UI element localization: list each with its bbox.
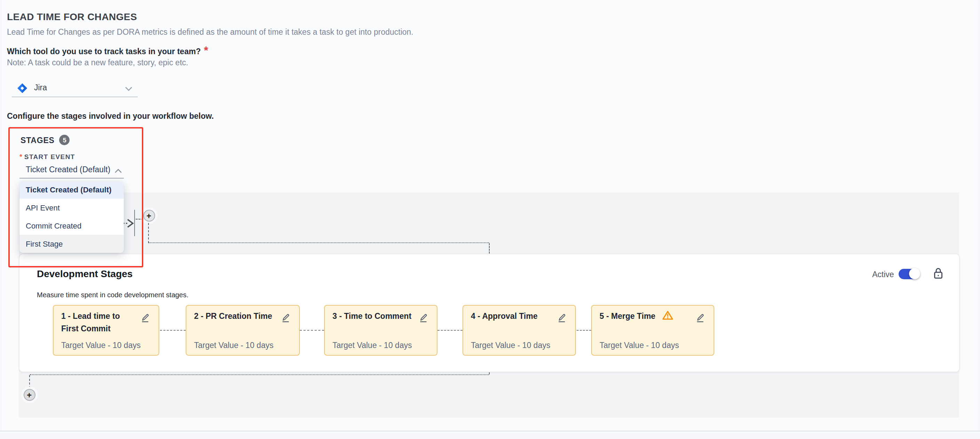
- chevron-down-icon: [125, 87, 132, 91]
- stage-connector: [576, 330, 591, 331]
- development-stages-description: Measure time spent in code development s…: [37, 291, 188, 299]
- stage-card-3: 3 - Time to Comment Target Value - 10 da…: [324, 305, 438, 356]
- connector-dash: [29, 375, 30, 388]
- target-value-label: Target Value - 10 days: [194, 341, 274, 349]
- page-right-margin: [978, 0, 980, 431]
- toggle-knob: [909, 268, 920, 279]
- stage-connector: [160, 330, 186, 331]
- target-value-label: Target Value - 10 days: [332, 341, 412, 349]
- stages-annotation-highlight: [8, 127, 143, 268]
- edit-icon[interactable]: [557, 313, 566, 322]
- target-value-label: Target Value - 10 days: [61, 341, 140, 349]
- stage-card-4: 4 - Approval Time Target Value - 10 days: [463, 305, 576, 356]
- stage-connector: [438, 330, 463, 331]
- page-left-margin: [0, 0, 2, 431]
- connector-dash: [488, 243, 489, 253]
- lock-icon[interactable]: [934, 268, 943, 279]
- stage-card-title: 1 - Lead time to First Commit: [61, 311, 138, 335]
- page-title: LEAD TIME FOR CHANGES: [7, 11, 137, 22]
- tool-note: Note: A task could be a new feature, sto…: [7, 59, 188, 67]
- stage-card-2: 2 - PR Creation Time Target Value - 10 d…: [186, 305, 300, 356]
- configure-instruction: Configure the stages involved in your wo…: [7, 112, 214, 120]
- active-label: Active: [872, 270, 894, 279]
- tool-select-value: Jira: [34, 83, 47, 92]
- stage-card-5: 5 - Merge Time Target Value - 10 days: [591, 305, 714, 356]
- tool-question-text: Which tool do you use to track tasks in …: [7, 47, 200, 55]
- page-bottom-strip: [0, 431, 980, 439]
- lead-time-config-page: LEAD TIME FOR CHANGES Lead Time for Chan…: [0, 0, 980, 439]
- stage-card-title: 3 - Time to Comment: [332, 311, 416, 323]
- tool-question: Which tool do you use to track tasks in …: [7, 44, 208, 57]
- warning-icon: [662, 311, 673, 320]
- target-value-label: Target Value - 10 days: [600, 341, 679, 349]
- page-subtitle: Lead Time for Changes as per DORA metric…: [7, 28, 414, 36]
- target-value-label: Target Value - 10 days: [471, 341, 550, 349]
- development-stages-title: Development Stages: [37, 268, 132, 279]
- tool-tracker-select[interactable]: Jira: [12, 81, 138, 97]
- active-toggle[interactable]: [899, 269, 919, 279]
- stage-card-1: 1 - Lead time to First Commit Target Val…: [53, 305, 159, 356]
- jira-icon: [18, 83, 27, 93]
- edit-icon[interactable]: [281, 313, 290, 322]
- connector-dash: [148, 223, 149, 243]
- stage-card-title: 2 - PR Creation Time: [194, 311, 278, 323]
- edit-icon[interactable]: [695, 313, 705, 322]
- stage-card-title: 5 - Merge Time: [600, 311, 693, 323]
- edit-icon[interactable]: [140, 313, 150, 322]
- connector-dotted-line: [149, 243, 489, 244]
- connector-dotted-line-bottom: [30, 374, 489, 375]
- edit-icon[interactable]: [419, 313, 428, 322]
- add-stage-button-bottom[interactable]: +: [23, 389, 35, 401]
- stage-card-title-text: 5 - Merge Time: [600, 312, 655, 320]
- stage-card-title: 4 - Approval Time: [471, 311, 554, 323]
- required-asterisk: *: [204, 44, 208, 56]
- stage-connector: [300, 330, 324, 331]
